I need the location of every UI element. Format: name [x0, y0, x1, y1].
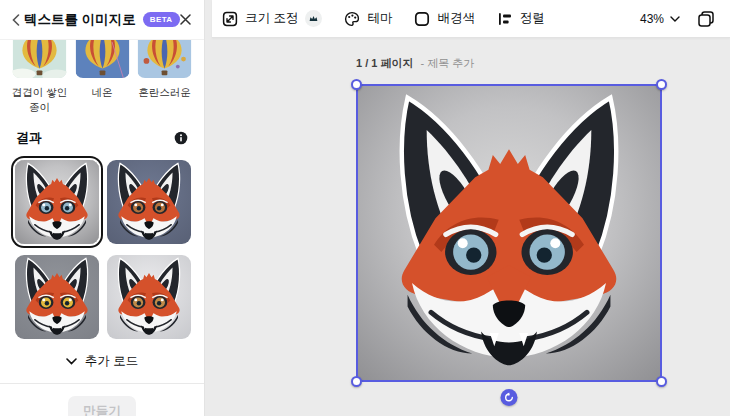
zoom-level: 43% [640, 12, 664, 26]
style-option-label: 네온 [92, 85, 113, 100]
palette-icon [344, 11, 360, 27]
style-option-chaotic[interactable]: 혼란스러운 [135, 40, 194, 114]
style-option-paper[interactable]: 겹겹이 쌓인 종이 [10, 40, 69, 114]
page-indicator: 1 / 1 페이지 [356, 57, 413, 69]
editor-toolbar: 크기 조정 테마 배경색 정렬 [212, 0, 730, 38]
editor-main: 크기 조정 테마 배경색 정렬 [206, 0, 730, 416]
beta-badge: BETA [143, 12, 180, 27]
resize-label: 크기 조정 [245, 10, 298, 27]
rotate-icon [504, 392, 515, 403]
load-more-label: 추가 로드 [85, 353, 138, 370]
load-more-button[interactable]: 추가 로드 [0, 353, 204, 370]
pages-icon[interactable] [696, 9, 716, 29]
resize-handle-bottom-left[interactable] [351, 376, 362, 387]
selected-canvas-image[interactable] [356, 84, 662, 382]
results-heading: 결과 [16, 129, 42, 147]
page-label[interactable]: 1 / 1 페이지 - 제목 추가 [356, 56, 474, 71]
paper-balloon-thumbnail [12, 40, 67, 78]
back-icon[interactable] [12, 12, 20, 28]
fox-head-image [358, 86, 660, 380]
style-option-label: 겹겹이 쌓인 종이 [10, 85, 69, 114]
zoom-control[interactable]: 43% [640, 12, 680, 26]
info-icon[interactable] [174, 131, 188, 145]
style-option-neon[interactable]: 네온 [73, 40, 132, 114]
text-to-image-panel: 텍스트를 이미지로 BETA 겹겹이 쌓인 종이 [0, 0, 205, 416]
result-image-fox-4[interactable] [107, 255, 191, 339]
background-label: 배경색 [437, 10, 475, 27]
panel-header: 텍스트를 이미지로 BETA [0, 0, 204, 40]
create-button[interactable]: 만들기 [68, 396, 136, 416]
align-label: 정렬 [520, 10, 545, 27]
align-icon [497, 11, 513, 27]
result-image-fox-2[interactable] [107, 160, 191, 244]
panel-title: 텍스트를 이미지로 [24, 11, 136, 29]
chevron-down-icon [66, 358, 77, 365]
close-icon[interactable] [180, 11, 191, 29]
canvas-area[interactable]: 1 / 1 페이지 - 제목 추가 [206, 39, 730, 416]
pro-crown-icon [305, 10, 322, 27]
resize-handle-top-left[interactable] [351, 79, 362, 90]
theme-label: 테마 [367, 10, 392, 27]
results-grid [0, 160, 204, 339]
style-option-label: 혼란스러운 [138, 85, 191, 100]
resize-icon [222, 11, 238, 27]
resize-handle-bottom-right[interactable] [656, 376, 667, 387]
neon-balloon-thumbnail [75, 40, 130, 78]
theme-button[interactable]: 테마 [344, 10, 392, 27]
background-swatch-icon [414, 11, 430, 27]
chevron-down-icon [670, 16, 680, 22]
style-options-row: 겹겹이 쌓인 종이 네온 [0, 40, 204, 114]
resize-handle-top-right[interactable] [656, 79, 667, 90]
align-button[interactable]: 정렬 [497, 10, 545, 27]
rotate-handle[interactable] [501, 389, 518, 406]
resize-button[interactable]: 크기 조정 [222, 10, 322, 27]
result-image-fox-3[interactable] [15, 255, 99, 339]
background-color-button[interactable]: 배경색 [414, 10, 475, 27]
result-image-fox-1-selected[interactable] [15, 160, 99, 244]
chaotic-balloon-thumbnail [137, 40, 192, 78]
page-title-hint: - 제목 추가 [421, 57, 475, 69]
